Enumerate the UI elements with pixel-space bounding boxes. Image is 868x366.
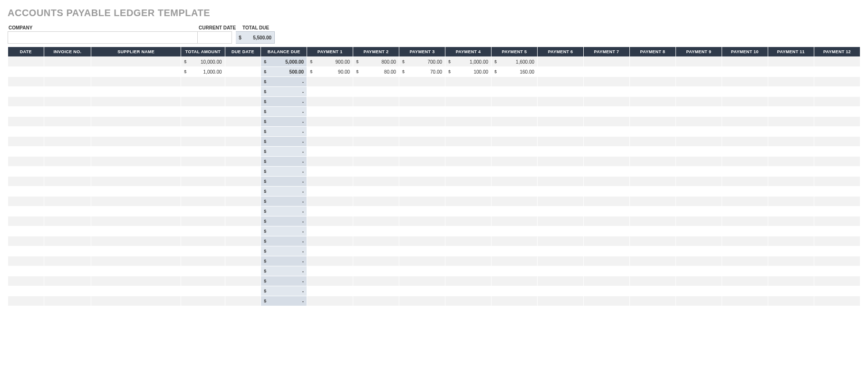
invoice-cell[interactable] — [44, 107, 91, 117]
amount-cell[interactable] — [583, 67, 629, 77]
balance-cell[interactable]: $- — [261, 226, 307, 236]
amount-cell[interactable]: $160.00 — [492, 67, 538, 77]
balance-cell[interactable]: $- — [261, 246, 307, 256]
amount-cell[interactable] — [307, 97, 353, 107]
amount-cell[interactable] — [181, 87, 225, 97]
date-cell[interactable] — [8, 226, 44, 236]
amount-cell[interactable] — [814, 147, 860, 157]
amount-cell[interactable] — [814, 246, 860, 256]
amount-cell[interactable] — [181, 256, 225, 266]
amount-cell[interactable] — [307, 276, 353, 286]
amount-cell[interactable] — [181, 236, 225, 246]
amount-cell[interactable] — [768, 226, 814, 236]
due-date-cell[interactable] — [225, 206, 261, 216]
amount-cell[interactable] — [675, 167, 722, 177]
amount-cell[interactable] — [181, 157, 225, 167]
amount-cell[interactable] — [399, 236, 445, 246]
supplier-cell[interactable] — [91, 127, 181, 137]
amount-cell[interactable] — [583, 276, 629, 286]
invoice-cell[interactable] — [44, 117, 91, 127]
amount-cell[interactable] — [583, 147, 629, 157]
amount-cell[interactable]: $10,000.00 — [181, 57, 225, 67]
amount-cell[interactable] — [629, 77, 675, 87]
balance-cell[interactable]: $- — [261, 296, 307, 306]
amount-cell[interactable] — [814, 286, 860, 296]
amount-cell[interactable] — [492, 266, 538, 276]
date-cell[interactable] — [8, 206, 44, 216]
amount-cell[interactable] — [399, 97, 445, 107]
amount-cell[interactable] — [722, 296, 768, 306]
amount-cell[interactable] — [492, 256, 538, 266]
amount-cell[interactable] — [629, 107, 675, 117]
date-cell[interactable] — [8, 77, 44, 87]
amount-cell[interactable] — [399, 187, 445, 197]
amount-cell[interactable] — [538, 226, 584, 236]
due-date-cell[interactable] — [225, 216, 261, 226]
amount-cell[interactable] — [445, 157, 492, 167]
invoice-cell[interactable] — [44, 177, 91, 187]
balance-cell[interactable]: $- — [261, 197, 307, 206]
amount-cell[interactable] — [181, 197, 225, 206]
amount-cell[interactable] — [722, 226, 768, 236]
amount-cell[interactable] — [538, 117, 584, 127]
amount-cell[interactable] — [399, 177, 445, 187]
amount-cell[interactable] — [399, 167, 445, 177]
supplier-cell[interactable] — [91, 137, 181, 147]
invoice-cell[interactable] — [44, 57, 91, 67]
amount-cell[interactable] — [583, 206, 629, 216]
amount-cell[interactable] — [722, 117, 768, 127]
amount-cell[interactable] — [629, 117, 675, 127]
amount-cell[interactable] — [181, 77, 225, 87]
balance-cell[interactable]: $- — [261, 137, 307, 147]
balance-cell[interactable]: $- — [261, 127, 307, 137]
balance-cell[interactable]: $- — [261, 256, 307, 266]
amount-cell[interactable] — [538, 127, 584, 137]
amount-cell[interactable] — [353, 167, 399, 177]
amount-cell[interactable] — [492, 236, 538, 246]
amount-cell[interactable] — [768, 246, 814, 256]
amount-cell[interactable] — [814, 266, 860, 276]
amount-cell[interactable] — [399, 157, 445, 167]
amount-cell[interactable] — [814, 167, 860, 177]
due-date-cell[interactable] — [225, 97, 261, 107]
amount-cell[interactable] — [307, 246, 353, 256]
invoice-cell[interactable] — [44, 246, 91, 256]
amount-cell[interactable] — [307, 286, 353, 296]
amount-cell[interactable] — [814, 236, 860, 246]
amount-cell[interactable] — [307, 296, 353, 306]
amount-cell[interactable] — [675, 77, 722, 87]
amount-cell[interactable] — [814, 256, 860, 266]
amount-cell[interactable] — [814, 216, 860, 226]
amount-cell[interactable] — [181, 127, 225, 137]
amount-cell[interactable] — [492, 107, 538, 117]
invoice-cell[interactable] — [44, 296, 91, 306]
amount-cell[interactable] — [445, 117, 492, 127]
amount-cell[interactable] — [629, 266, 675, 276]
amount-cell[interactable] — [353, 197, 399, 206]
amount-cell[interactable] — [307, 147, 353, 157]
amount-cell[interactable]: $1,000.00 — [445, 57, 492, 67]
date-cell[interactable] — [8, 296, 44, 306]
amount-cell[interactable]: $70.00 — [399, 67, 445, 77]
amount-cell[interactable] — [307, 226, 353, 236]
amount-cell[interactable] — [445, 236, 492, 246]
amount-cell[interactable] — [538, 246, 584, 256]
amount-cell[interactable] — [538, 296, 584, 306]
balance-cell[interactable]: $- — [261, 97, 307, 107]
due-date-cell[interactable] — [225, 157, 261, 167]
amount-cell[interactable] — [399, 87, 445, 97]
amount-cell[interactable] — [307, 256, 353, 266]
amount-cell[interactable] — [675, 216, 722, 226]
amount-cell[interactable] — [181, 117, 225, 127]
invoice-cell[interactable] — [44, 87, 91, 97]
amount-cell[interactable] — [399, 246, 445, 256]
date-cell[interactable] — [8, 197, 44, 206]
amount-cell[interactable] — [181, 246, 225, 256]
amount-cell[interactable] — [814, 197, 860, 206]
due-date-cell[interactable] — [225, 67, 261, 77]
amount-cell[interactable] — [399, 197, 445, 206]
amount-cell[interactable]: $90.00 — [307, 67, 353, 77]
date-cell[interactable] — [8, 276, 44, 286]
amount-cell[interactable] — [353, 127, 399, 137]
amount-cell[interactable] — [307, 236, 353, 246]
